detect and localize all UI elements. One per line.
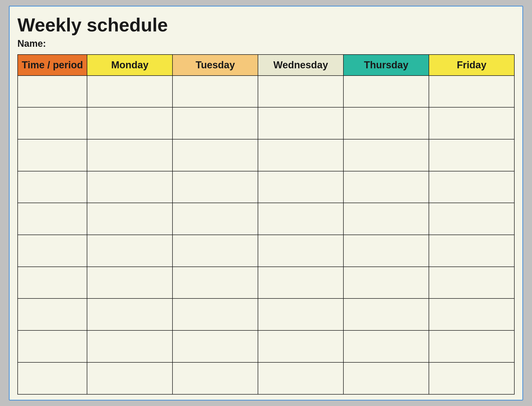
cell-row1-col5[interactable] — [429, 107, 514, 139]
cell-row7-col5[interactable] — [429, 298, 514, 330]
cell-row4-col2[interactable] — [172, 203, 258, 235]
cell-row8-col2[interactable] — [172, 330, 258, 362]
cell-row7-col4[interactable] — [343, 298, 429, 330]
cell-row9-col3[interactable] — [258, 362, 343, 394]
schedule-table: Time / period Monday Tuesday Wednesday T… — [17, 54, 515, 395]
cell-row8-col3[interactable] — [258, 330, 343, 362]
cell-row2-col4[interactable] — [343, 139, 429, 171]
cell-row5-col2[interactable] — [172, 235, 258, 267]
cell-row6-col5[interactable] — [429, 267, 514, 299]
header-tuesday: Tuesday — [172, 55, 258, 76]
cell-row7-col1[interactable] — [87, 298, 172, 330]
table-row[interactable] — [18, 203, 514, 235]
cell-row5-col1[interactable] — [87, 235, 172, 267]
name-label: Name: — [17, 38, 515, 49]
cell-row9-col4[interactable] — [343, 362, 429, 394]
cell-row4-col4[interactable] — [343, 203, 429, 235]
table-row[interactable] — [18, 139, 514, 171]
cell-row0-col4[interactable] — [343, 76, 429, 108]
cell-row1-col4[interactable] — [343, 107, 429, 139]
cell-row6-col3[interactable] — [258, 267, 343, 299]
cell-row3-col4[interactable] — [343, 171, 429, 203]
cell-row8-col4[interactable] — [343, 330, 429, 362]
cell-row4-col1[interactable] — [87, 203, 172, 235]
cell-row4-col3[interactable] — [258, 203, 343, 235]
cell-row6-col0[interactable] — [18, 267, 87, 299]
page-title: Weekly schedule — [17, 14, 515, 36]
cell-row2-col1[interactable] — [87, 139, 172, 171]
cell-row9-col2[interactable] — [172, 362, 258, 394]
cell-row3-col3[interactable] — [258, 171, 343, 203]
cell-row7-col0[interactable] — [18, 298, 87, 330]
cell-row6-col1[interactable] — [87, 267, 172, 299]
cell-row9-col5[interactable] — [429, 362, 514, 394]
cell-row2-col0[interactable] — [18, 139, 87, 171]
table-row[interactable] — [18, 362, 514, 394]
cell-row0-col1[interactable] — [87, 76, 172, 108]
cell-row1-col2[interactable] — [172, 107, 258, 139]
cell-row2-col2[interactable] — [172, 139, 258, 171]
cell-row8-col5[interactable] — [429, 330, 514, 362]
cell-row7-col2[interactable] — [172, 298, 258, 330]
cell-row5-col5[interactable] — [429, 235, 514, 267]
cell-row5-col4[interactable] — [343, 235, 429, 267]
cell-row0-col5[interactable] — [429, 76, 514, 108]
table-row[interactable] — [18, 330, 514, 362]
cell-row0-col2[interactable] — [172, 76, 258, 108]
table-row[interactable] — [18, 267, 514, 299]
cell-row3-col0[interactable] — [18, 171, 87, 203]
cell-row1-col0[interactable] — [18, 107, 87, 139]
table-row[interactable] — [18, 76, 514, 108]
header-section: Weekly schedule Name: — [17, 14, 515, 49]
table-row[interactable] — [18, 107, 514, 139]
header-friday: Friday — [429, 55, 514, 76]
cell-row1-col3[interactable] — [258, 107, 343, 139]
header-time: Time / period — [18, 55, 87, 76]
cell-row3-col5[interactable] — [429, 171, 514, 203]
table-row[interactable] — [18, 298, 514, 330]
table-row[interactable] — [18, 235, 514, 267]
cell-row5-col0[interactable] — [18, 235, 87, 267]
cell-row8-col1[interactable] — [87, 330, 172, 362]
cell-row0-col3[interactable] — [258, 76, 343, 108]
cell-row6-col4[interactable] — [343, 267, 429, 299]
cell-row3-col2[interactable] — [172, 171, 258, 203]
cell-row3-col1[interactable] — [87, 171, 172, 203]
cell-row4-col5[interactable] — [429, 203, 514, 235]
cell-row9-col1[interactable] — [87, 362, 172, 394]
cell-row0-col0[interactable] — [18, 76, 87, 108]
cell-row2-col5[interactable] — [429, 139, 514, 171]
header-monday: Monday — [87, 55, 172, 76]
cell-row2-col3[interactable] — [258, 139, 343, 171]
header-wednesday: Wednesday — [258, 55, 343, 76]
cell-row8-col0[interactable] — [18, 330, 87, 362]
cell-row5-col3[interactable] — [258, 235, 343, 267]
cell-row1-col1[interactable] — [87, 107, 172, 139]
header-thursday: Thursday — [343, 55, 429, 76]
cell-row6-col2[interactable] — [172, 267, 258, 299]
cell-row7-col3[interactable] — [258, 298, 343, 330]
cell-row4-col0[interactable] — [18, 203, 87, 235]
table-row[interactable] — [18, 171, 514, 203]
header-row: Time / period Monday Tuesday Wednesday T… — [18, 55, 514, 76]
page-wrapper: Weekly schedule Name: Time / period Mond… — [9, 6, 523, 401]
cell-row9-col0[interactable] — [18, 362, 87, 394]
